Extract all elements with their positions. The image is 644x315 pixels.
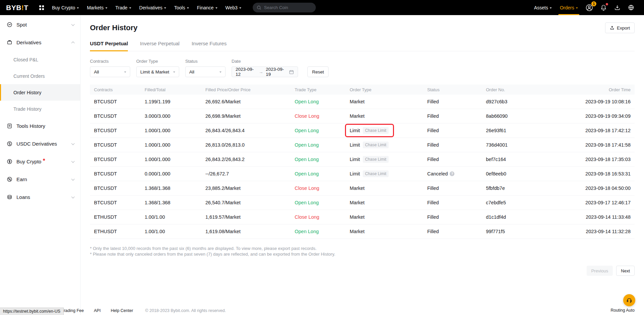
sidebar-item-tools-history[interactable]: Tools History: [0, 117, 80, 135]
sidebar-item-earn[interactable]: Earn: [0, 170, 80, 188]
nav-item-trade[interactable]: Trade: [111, 0, 135, 15]
table-row: BTCUSDT 1.000/1.000 26,843.4/26,843.4 Op…: [90, 123, 635, 138]
info-icon[interactable]: ?: [450, 171, 454, 176]
nav-item-web3[interactable]: Web3: [221, 0, 245, 15]
cell-order-time: 2023-09-18 17:42:12: [557, 128, 631, 133]
page-footer: Market Overview Trading Fee API Help Cen…: [0, 308, 644, 313]
nav-item-markets[interactable]: Markets: [83, 0, 111, 15]
reset-button[interactable]: Reset: [307, 66, 329, 77]
annotation-highlight: Limit Chase Limit: [345, 124, 394, 137]
nav-item-tools[interactable]: Tools: [170, 0, 193, 15]
date-range-picker[interactable]: 2023-09-12 → 2023-09-19: [232, 66, 298, 77]
chevron-down-icon: [129, 7, 131, 9]
sidebar-item-loans[interactable]: Loans: [0, 188, 80, 206]
footer-link-trading-fee[interactable]: Trading Fee: [61, 308, 84, 313]
previous-page-button[interactable]: Previous: [587, 266, 613, 276]
cell-order-no: d927c6b3: [486, 99, 557, 104]
notifications-button[interactable]: [597, 0, 610, 15]
sidebar-item-current-orders[interactable]: Current Orders: [0, 68, 80, 84]
download-icon: [614, 4, 621, 11]
date-from: 2023-09-12: [236, 67, 256, 77]
cell-status: Filled: [427, 229, 486, 234]
nav-item-assets[interactable]: Assets: [530, 0, 556, 15]
cell-contract: BTCUSDT: [94, 113, 145, 119]
status-select[interactable]: All: [185, 66, 226, 77]
top-navbar: BYB!T Buy Crypto Markets Trade Derivativ…: [0, 0, 644, 15]
tab-inverse-futures[interactable]: Inverse Futures: [192, 41, 227, 51]
apps-grid-icon[interactable]: [37, 5, 47, 11]
table-row: BTCUSDT 1.368/1.368 26,540.7/Market Open…: [90, 196, 635, 210]
chase-limit-tag: Chase Limit: [363, 170, 389, 177]
sidebar-item-closed-pnl[interactable]: Closed P&L: [0, 51, 80, 68]
cell-price: 1,619.08/Market: [205, 229, 295, 234]
download-button[interactable]: [610, 0, 624, 15]
cell-order-no: 736d4001: [486, 142, 557, 148]
search-input[interactable]: [264, 5, 308, 10]
routing-selector[interactable]: Routing Auto: [610, 308, 635, 313]
cell-order-type: Market: [350, 113, 427, 119]
tab-inverse-perpetual[interactable]: Inverse Perpetual: [140, 41, 180, 51]
table-row: BTCUSDT 0.000/1.000 --/26,672.7 Open Lon…: [90, 167, 635, 181]
order-type-select[interactable]: Limit & Market: [136, 66, 179, 77]
chevron-down-icon: [124, 71, 126, 73]
coin-search[interactable]: [253, 3, 316, 12]
order-type-label: Order Type: [136, 59, 179, 64]
cell-contract: ETHUSDT: [94, 214, 145, 220]
col-header-contracts: Contracts: [94, 87, 145, 92]
arrow-right-icon: →: [259, 69, 263, 74]
nav-item-buy-crypto[interactable]: Buy Crypto: [48, 0, 83, 15]
cell-trade-type: Open Long: [295, 128, 350, 133]
cell-status: Filled: [427, 142, 486, 148]
account-avatar[interactable]: 1: [582, 0, 597, 15]
cell-contract: ETHUSDT: [94, 229, 145, 234]
cell-status: Filled: [427, 157, 486, 162]
nav-item-finance[interactable]: Finance: [193, 0, 221, 15]
table-row: ETHUSDT 1.00/1.00 1,619.08/Market Open L…: [90, 224, 635, 239]
cell-order-time: 2023-09-17 12:46:17: [557, 200, 631, 205]
cell-filled-total: 1.368/1.368: [145, 186, 205, 191]
language-button[interactable]: [624, 0, 638, 15]
chevron-down-icon: [71, 159, 75, 163]
sidebar-item-usdc-derivatives[interactable]: USDC Derivatives: [0, 135, 80, 153]
date-to: 2023-09-19: [266, 67, 286, 77]
sidebar-item-spot[interactable]: Spot: [0, 16, 80, 34]
loans-icon: [7, 194, 13, 200]
cell-order-no: 0ef8eeb0: [486, 171, 557, 176]
sidebar-item-derivatives[interactable]: Derivatives: [0, 34, 80, 51]
pagination: Previous Next: [90, 266, 635, 276]
next-page-button[interactable]: Next: [616, 266, 635, 276]
cell-order-type: Limit Chase Limit: [350, 142, 427, 148]
chase-limit-tag: Chase Limit: [363, 127, 389, 134]
cell-status: Filled: [427, 186, 486, 191]
cell-trade-type: Open Long: [295, 157, 350, 162]
bybit-logo[interactable]: BYB!T: [6, 4, 29, 12]
status-label: Status: [185, 59, 226, 64]
cell-order-time: 2023-09-18 17:41:58: [557, 142, 631, 148]
cell-filled-total: 1.368/1.368: [145, 200, 205, 205]
notification-dot: [43, 159, 45, 161]
support-chat-button[interactable]: [623, 294, 635, 306]
export-icon: [610, 25, 614, 30]
spot-icon: [7, 22, 13, 28]
cell-order-time: 2023-09-18 17:35:03: [557, 157, 631, 162]
footer-link-help-center[interactable]: Help Center: [111, 308, 133, 313]
notification-badge: [605, 2, 609, 6]
contracts-select[interactable]: All: [90, 66, 130, 77]
tab-usdt-perpetual[interactable]: USDT Perpetual: [90, 41, 128, 51]
cell-order-time: 2023-09-14 11:33:48: [557, 214, 631, 220]
table-row: BTCUSDT 3.000/3.000 26,698.9/Market Clos…: [90, 109, 635, 123]
nav-item-derivatives[interactable]: Derivatives: [135, 0, 170, 15]
export-button[interactable]: Export: [605, 22, 635, 33]
chevron-down-icon: [550, 7, 552, 9]
chevron-down-icon: [71, 22, 75, 26]
sidebar-item-trade-history[interactable]: Trade History: [0, 101, 80, 117]
sidebar-item-buy-crypto[interactable]: Buy Crypto: [0, 153, 80, 170]
col-header-order-no: Order No.: [486, 87, 557, 92]
cell-price: 26,692.6/Market: [205, 99, 295, 104]
sidebar-item-order-history[interactable]: Order History: [0, 84, 80, 101]
table-row: BTCUSDT 1.000/1.000 26,813.0/26,813.0 Op…: [90, 138, 635, 152]
nav-item-orders[interactable]: Orders: [556, 0, 582, 15]
footer-link-api[interactable]: API: [94, 308, 101, 313]
chevron-down-icon: [105, 7, 107, 9]
cell-trade-type: Open Long: [295, 229, 350, 234]
